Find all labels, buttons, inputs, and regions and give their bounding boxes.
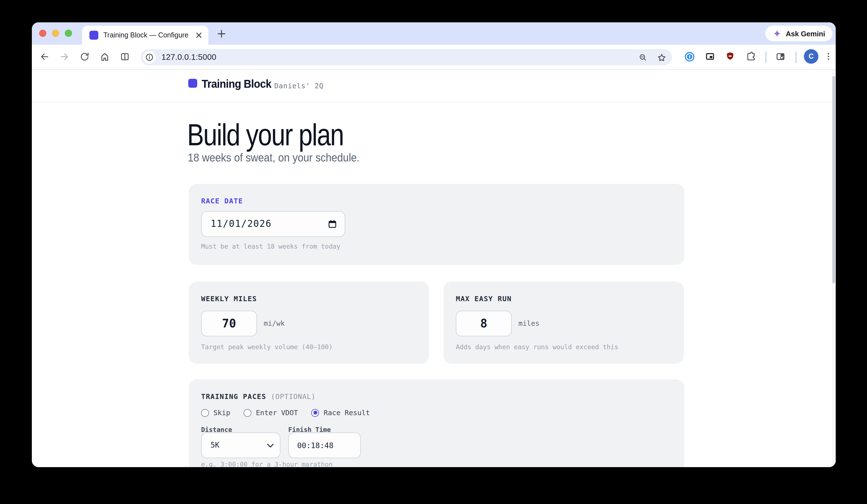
weekly-miles-card: WEEKLY MILES 70 mi/wk Target peak weekly… bbox=[189, 282, 429, 364]
page-title: Build your plan bbox=[187, 117, 344, 152]
race-date-label: RACE DATE bbox=[201, 197, 243, 205]
gemini-sparkle-icon bbox=[773, 29, 782, 38]
radio-skip-label[interactable]: Skip bbox=[213, 408, 230, 417]
radio-enter-vdot-label[interactable]: Enter VDOT bbox=[256, 408, 298, 417]
browser-window: Training Block — Configure bbox=[32, 22, 836, 467]
weekly-miles-helper: Target peak weekly volume (40–100) bbox=[201, 343, 333, 351]
brand-name: Training Block bbox=[202, 77, 271, 90]
scrollbar-thumb[interactable] bbox=[832, 76, 835, 283]
finish-time-input[interactable]: 00:18:48 bbox=[288, 432, 361, 458]
page-subtitle: 18 weeks of sweat, on your schedule. bbox=[188, 151, 360, 164]
training-paces-card: TRAINING PACES (OPTIONAL) Skip Enter VDO… bbox=[189, 379, 684, 467]
radio-skip-circle[interactable] bbox=[201, 409, 209, 417]
side-panel-icon[interactable] bbox=[117, 49, 132, 64]
minimize-window-button[interactable] bbox=[52, 30, 59, 37]
race-date-card: RACE DATE 11/01/2026 Must be at least 18… bbox=[189, 184, 684, 265]
browser-toolbar: 127.0.0.1:5000 bbox=[32, 45, 836, 70]
calendar-icon[interactable] bbox=[327, 219, 338, 229]
radio-enter-vdot-circle[interactable] bbox=[244, 409, 251, 417]
distance-select-value[interactable]: 5K bbox=[211, 433, 219, 458]
radio-skip[interactable]: Skip bbox=[201, 408, 230, 417]
tab-title: Training Block — Configure bbox=[103, 26, 189, 45]
scrollbar-track[interactable] bbox=[832, 70, 836, 467]
screenshot-root: Training Block — Configure bbox=[0, 0, 867, 504]
radio-race-result-circle[interactable] bbox=[311, 409, 319, 417]
bookmark-star-icon[interactable] bbox=[655, 51, 667, 64]
reload-icon[interactable] bbox=[77, 49, 92, 64]
race-date-input[interactable]: 11/01/2026 bbox=[201, 211, 345, 237]
training-paces-optional: (OPTIONAL) bbox=[271, 392, 316, 401]
ask-gemini-label: Ask Gemini bbox=[786, 29, 825, 38]
close-window-button[interactable] bbox=[39, 30, 46, 37]
toolbar-divider bbox=[765, 51, 767, 63]
page-content: Training Block Daniels' 2Q Build your pl… bbox=[32, 70, 836, 467]
max-easy-run-value[interactable]: 8 bbox=[457, 311, 511, 336]
extension-adblock-shield-icon[interactable] bbox=[723, 49, 737, 64]
forward-icon[interactable] bbox=[57, 49, 72, 64]
extension-1password-icon[interactable] bbox=[682, 49, 697, 64]
extensions-puzzle-icon[interactable] bbox=[743, 49, 758, 64]
radio-dot bbox=[313, 411, 317, 415]
zoom-page-icon[interactable] bbox=[637, 51, 649, 64]
max-easy-run-unit: miles bbox=[518, 311, 539, 336]
tab-strip: Training Block — Configure bbox=[32, 22, 836, 45]
race-date-helper: Must be at least 18 weeks from today bbox=[201, 243, 341, 250]
max-easy-run-label: MAX EASY RUN bbox=[456, 294, 512, 303]
toolbar-divider bbox=[795, 51, 796, 63]
header-divider bbox=[32, 102, 836, 102]
brand-logo-icon bbox=[188, 79, 197, 88]
race-date-value[interactable]: 11/01/2026 bbox=[211, 212, 272, 236]
profile-avatar[interactable]: C bbox=[804, 49, 818, 64]
tab-favicon-icon bbox=[89, 31, 98, 40]
weekly-miles-unit: mi/wk bbox=[264, 311, 285, 336]
max-easy-run-card: MAX EASY RUN 8 miles Adds days when easy… bbox=[443, 282, 684, 364]
chevron-down-icon bbox=[267, 444, 274, 448]
back-icon[interactable] bbox=[37, 49, 51, 64]
zoom-window-button[interactable] bbox=[65, 30, 72, 37]
finish-time-helper: e.g. 3:00:00 for a 3-hour marathon bbox=[201, 460, 333, 467]
weekly-miles-value[interactable]: 70 bbox=[202, 311, 256, 336]
distance-select[interactable]: 5K bbox=[201, 432, 280, 458]
training-paces-label: TRAINING PACES (OPTIONAL) bbox=[201, 392, 315, 401]
radio-race-result-label[interactable]: Race Result bbox=[324, 408, 370, 417]
new-tab-button[interactable] bbox=[217, 30, 226, 38]
browser-tab[interactable]: Training Block — Configure bbox=[82, 26, 208, 45]
tab-close-icon[interactable] bbox=[194, 31, 203, 40]
radio-enter-vdot[interactable]: Enter VDOT bbox=[244, 408, 298, 417]
max-easy-run-input[interactable]: 8 bbox=[456, 311, 512, 336]
weekly-miles-label: WEEKLY MILES bbox=[201, 294, 257, 303]
menu-kebab-icon[interactable] bbox=[821, 49, 836, 64]
ask-gemini-button[interactable]: Ask Gemini bbox=[766, 26, 832, 41]
finish-time-value[interactable]: 00:18:48 bbox=[297, 433, 333, 458]
home-icon[interactable] bbox=[97, 49, 112, 64]
brand-note: Daniels' 2Q bbox=[274, 82, 324, 90]
pace-mode-radio-group: Skip Enter VDOT Race Result bbox=[201, 408, 378, 417]
weekly-miles-input[interactable]: 70 bbox=[201, 311, 257, 336]
extension-pip-icon[interactable] bbox=[703, 49, 717, 64]
max-easy-run-helper: Adds days when easy runs would exceed th… bbox=[456, 343, 618, 351]
radio-race-result[interactable]: Race Result bbox=[311, 408, 370, 417]
url-text[interactable]: 127.0.0.1:5000 bbox=[161, 49, 216, 65]
address-bar[interactable]: 127.0.0.1:5000 bbox=[141, 49, 672, 65]
tab-search-icon[interactable] bbox=[773, 49, 788, 64]
site-info-icon[interactable] bbox=[143, 51, 156, 64]
